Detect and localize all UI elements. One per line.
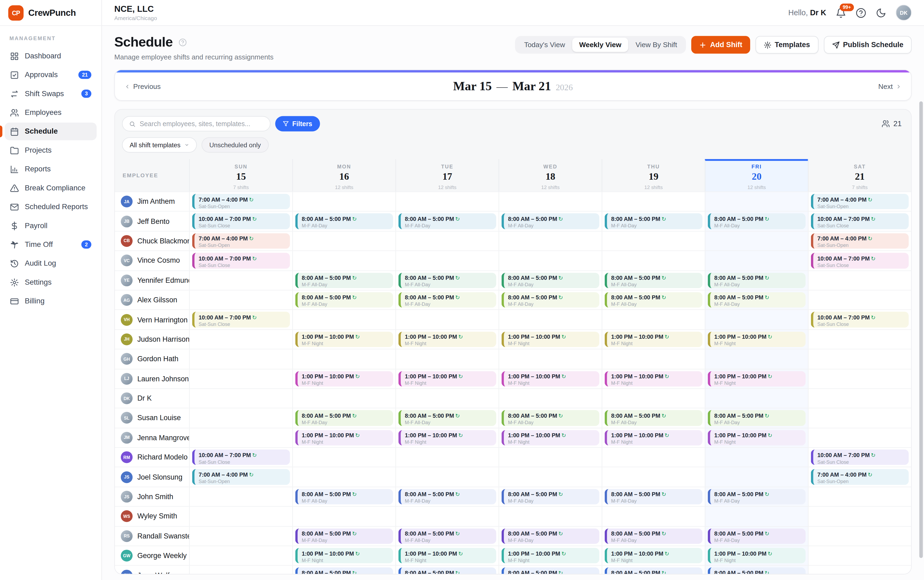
schedule-cell[interactable]: 8:00 AM – 5:00 PM↻M-F All-Day (395, 409, 498, 427)
shift-chip[interactable]: 1:00 PM – 10:00 PM↻M-F Night (398, 548, 496, 564)
schedule-cell[interactable] (395, 310, 498, 329)
schedule-cell[interactable]: 1:00 PM – 10:00 PM↻M-F Night (292, 546, 395, 565)
employee-cell[interactable]: JAJim Anthem (115, 192, 189, 211)
schedule-cell[interactable]: 8:00 AM – 5:00 PM↻M-F All-Day (498, 212, 601, 231)
shift-chip[interactable]: 8:00 AM – 5:00 PM↻M-F All-Day (398, 528, 496, 544)
shift-chip[interactable]: 10:00 AM – 7:00 PM↻Sat-Sun Close (192, 312, 290, 328)
schedule-cell[interactable]: 1:00 PM – 10:00 PM↻M-F Night (395, 546, 498, 565)
employee-cell[interactable]: RSRandall Swanstein (115, 526, 189, 545)
schedule-cell[interactable]: 8:00 AM – 5:00 PM↻M-F All-Day (395, 566, 498, 574)
employee-cell[interactable]: VHVern Harrington (115, 310, 189, 329)
schedule-cell[interactable]: 1:00 PM – 10:00 PM↻M-F Night (292, 330, 395, 349)
schedule-cell[interactable] (498, 507, 601, 526)
schedule-cell[interactable] (808, 566, 911, 574)
day-header-mon[interactable]: MON1612 shifts (292, 159, 395, 191)
employee-cell[interactable]: GHGordon Hath (115, 349, 189, 369)
schedule-cell[interactable]: 8:00 AM – 5:00 PM↻M-F All-Day (292, 212, 395, 231)
schedule-cell[interactable] (292, 251, 395, 270)
sidebar-item-employees[interactable]: Employees (5, 104, 97, 121)
schedule-cell[interactable]: 8:00 AM – 5:00 PM↻M-F All-Day (602, 290, 705, 310)
schedule-cell[interactable] (808, 271, 911, 290)
employee-cell[interactable]: JWJerry Wolfson (115, 566, 189, 574)
shift-chip[interactable]: 1:00 PM – 10:00 PM↻M-F Night (398, 430, 496, 446)
publish-schedule-button[interactable]: Publish Schedule (824, 36, 912, 54)
employee-cell[interactable]: JHJudson Harrison (115, 330, 189, 349)
schedule-cell[interactable] (498, 231, 601, 250)
schedule-cell[interactable]: 8:00 AM – 5:00 PM↻M-F All-Day (498, 409, 601, 427)
schedule-cell[interactable] (705, 389, 808, 408)
sidebar-item-dashboard[interactable]: Dashboard (5, 47, 97, 65)
sidebar-item-payroll[interactable]: Payroll (5, 217, 97, 235)
shift-chip[interactable]: 1:00 PM – 10:00 PM↻M-F Night (398, 371, 496, 386)
tab-weekly-view[interactable]: Weekly View (572, 38, 628, 52)
schedule-cell[interactable]: 1:00 PM – 10:00 PM↻M-F Night (395, 369, 498, 388)
schedule-cell[interactable] (808, 526, 911, 545)
schedule-cell[interactable] (189, 409, 292, 427)
schedule-cell[interactable] (395, 349, 498, 369)
sidebar-item-time-off[interactable]: Time Off2 (5, 236, 97, 253)
schedule-cell[interactable] (395, 468, 498, 486)
schedule-cell[interactable]: 8:00 AM – 5:00 PM↻M-F All-Day (292, 290, 395, 310)
schedule-cell[interactable]: 10:00 AM – 7:00 PM↻Sat-Sun Close (808, 212, 911, 231)
shift-chip[interactable]: 1:00 PM – 10:00 PM↻M-F Night (295, 548, 393, 564)
employee-cell[interactable]: JMJenna Mangrove (115, 428, 189, 447)
shift-chip[interactable]: 7:00 AM – 4:00 PM↻Sat-Sun-Open (192, 233, 290, 249)
schedule-cell[interactable] (189, 546, 292, 565)
schedule-cell[interactable] (189, 428, 292, 447)
shift-chip[interactable]: 8:00 AM – 5:00 PM↻M-F All-Day (501, 489, 599, 504)
schedule-cell[interactable] (189, 330, 292, 349)
shift-chip[interactable]: 1:00 PM – 10:00 PM↻M-F Night (605, 371, 703, 386)
previous-week-button[interactable]: Previous (124, 82, 161, 91)
schedule-cell[interactable] (808, 369, 911, 388)
shift-chip[interactable]: 1:00 PM – 10:00 PM↻M-F Night (295, 371, 393, 386)
schedule-cell[interactable]: 1:00 PM – 10:00 PM↻M-F Night (498, 428, 601, 447)
schedule-cell[interactable]: 1:00 PM – 10:00 PM↻M-F Night (602, 330, 705, 349)
schedule-cell[interactable] (498, 310, 601, 329)
shift-chip[interactable]: 8:00 AM – 5:00 PM↻M-F All-Day (295, 292, 393, 308)
schedule-cell[interactable] (189, 566, 292, 574)
employee-cell[interactable]: JSJoel Slonsung (115, 468, 189, 486)
shift-chip[interactable]: 7:00 AM – 4:00 PM↻Sat-Sun-Open (192, 194, 290, 209)
day-header-sun[interactable]: SUN157 shifts (189, 159, 292, 191)
schedule-cell[interactable] (189, 349, 292, 369)
employee-cell[interactable]: CBChuck Blackmore (115, 231, 189, 250)
schedule-cell[interactable]: 10:00 AM – 7:00 PM↻Sat-Sun Close (808, 310, 911, 329)
shift-chip[interactable]: 8:00 AM – 5:00 PM↻M-F All-Day (398, 213, 496, 229)
schedule-cell[interactable]: 8:00 AM – 5:00 PM↻M-F All-Day (705, 526, 808, 545)
shift-chip[interactable]: 7:00 AM – 4:00 PM↻Sat-Sun-Open (811, 194, 909, 209)
schedule-cell[interactable] (189, 389, 292, 408)
shift-chip[interactable]: 1:00 PM – 10:00 PM↻M-F Night (708, 371, 805, 386)
schedule-cell[interactable]: 8:00 AM – 5:00 PM↻M-F All-Day (292, 409, 395, 427)
employee-cell[interactable]: LJLauren Johnson (115, 369, 189, 388)
schedule-cell[interactable]: 7:00 AM – 4:00 PM↻Sat-Sun-Open (808, 231, 911, 250)
schedule-cell[interactable] (808, 507, 911, 526)
shift-chip[interactable]: 8:00 AM – 5:00 PM↻M-F All-Day (708, 292, 805, 308)
schedule-cell[interactable]: 8:00 AM – 5:00 PM↻M-F All-Day (602, 409, 705, 427)
schedule-cell[interactable] (808, 546, 911, 565)
schedule-cell[interactable] (292, 389, 395, 408)
schedule-cell[interactable]: 8:00 AM – 5:00 PM↻M-F All-Day (602, 526, 705, 545)
notifications-bell-icon[interactable]: 99+ (836, 8, 847, 18)
schedule-cell[interactable] (705, 192, 808, 211)
day-header-thu[interactable]: THU1912 shifts (602, 159, 705, 191)
shift-chip[interactable]: 1:00 PM – 10:00 PM↻M-F Night (398, 331, 496, 347)
schedule-cell[interactable] (292, 231, 395, 250)
schedule-cell[interactable] (602, 448, 705, 467)
schedule-cell[interactable]: 7:00 AM – 4:00 PM↻Sat-Sun-Open (189, 192, 292, 211)
shift-chip[interactable]: 8:00 AM – 5:00 PM↻M-F All-Day (398, 292, 496, 308)
schedule-cell[interactable]: 1:00 PM – 10:00 PM↻M-F Night (498, 369, 601, 388)
shift-chip[interactable]: 10:00 AM – 7:00 PM↻Sat-Sun Close (192, 213, 290, 229)
schedule-cell[interactable] (602, 389, 705, 408)
add-shift-button[interactable]: Add Shift (691, 36, 750, 54)
shift-chip[interactable]: 8:00 AM – 5:00 PM↻M-F All-Day (501, 292, 599, 308)
schedule-cell[interactable]: 1:00 PM – 10:00 PM↻M-F Night (705, 330, 808, 349)
next-week-button[interactable]: Next (878, 82, 901, 91)
tab-view-by-shift[interactable]: View By Shift (629, 38, 684, 52)
schedule-cell[interactable]: 8:00 AM – 5:00 PM↻M-F All-Day (292, 487, 395, 506)
schedule-cell[interactable]: 10:00 AM – 7:00 PM↻Sat-Sun Close (808, 448, 911, 467)
shift-chip[interactable]: 8:00 AM – 5:00 PM↻M-F All-Day (398, 273, 496, 288)
shift-chip[interactable]: 10:00 AM – 7:00 PM↻Sat-Sun Close (811, 450, 909, 465)
shift-chip[interactable]: 1:00 PM – 10:00 PM↻M-F Night (605, 548, 703, 564)
sidebar-item-reports[interactable]: Reports (5, 160, 97, 178)
schedule-cell[interactable] (292, 468, 395, 486)
